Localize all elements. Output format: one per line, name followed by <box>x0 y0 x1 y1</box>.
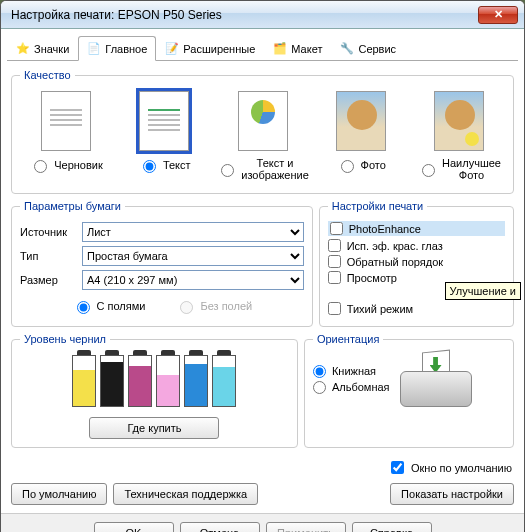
text-thumb-icon <box>139 91 189 151</box>
margins-off-radio <box>180 301 193 314</box>
quality-text-image[interactable]: Текст и изображение <box>223 91 303 181</box>
photoenhance-label: PhotoEnhance <box>349 223 421 235</box>
ink-light-cyan <box>212 355 236 407</box>
orientation-group: Ориентация Книжная Альбомная <box>304 333 514 448</box>
ink-yellow <box>72 355 96 407</box>
margins-on-radio[interactable] <box>77 301 90 314</box>
landscape-label: Альбомная <box>332 381 390 393</box>
redeye-checkbox[interactable] <box>328 239 341 252</box>
print-settings-group: Настройки печати PhotoEnhance Исп. эф. к… <box>319 200 514 327</box>
tab-label: Главное <box>105 43 147 55</box>
ink-magenta <box>128 355 152 407</box>
quality-label: Текст <box>163 159 191 171</box>
quality-label: Наилучшее Фото <box>442 157 501 181</box>
preview-label: Просмотр <box>347 272 397 284</box>
orientation-legend: Ориентация <box>313 333 383 345</box>
layout-icon: 🗂️ <box>273 42 287 56</box>
dialog-buttons: OK Отмена Применить Справка <box>1 513 524 532</box>
quality-best-photo[interactable]: Наилучшее Фото <box>419 91 499 181</box>
portrait-radio[interactable] <box>313 365 326 378</box>
print-settings-legend: Настройки печати <box>328 200 428 212</box>
redeye-label: Исп. эф. крас. глаз <box>347 240 443 252</box>
tab-layout[interactable]: 🗂️Макет <box>264 36 331 61</box>
tab-strip: ⭐Значки 📄Главное 📝Расширенные 🗂️Макет 🔧С… <box>7 35 518 61</box>
quality-text-radio[interactable] <box>143 160 156 173</box>
quality-photo-radio[interactable] <box>341 160 354 173</box>
landscape-radio[interactable] <box>313 381 326 394</box>
quality-group: Качество Черновик Текст Текст и изображе… <box>11 69 514 194</box>
buy-ink-button[interactable]: Где купить <box>89 417 219 439</box>
quality-label: Черновик <box>54 159 103 171</box>
quality-draft-radio[interactable] <box>34 160 47 173</box>
quality-best-photo-radio[interactable] <box>422 164 435 177</box>
tab-label: Значки <box>34 43 69 55</box>
tab-icons[interactable]: ⭐Значки <box>7 36 78 61</box>
tab-label: Сервис <box>358 43 396 55</box>
reverse-label: Обратный порядок <box>347 256 443 268</box>
tooltip: Улучшение и <box>445 282 521 300</box>
quiet-label: Тихий режим <box>347 303 413 315</box>
size-select[interactable]: A4 (210 x 297 мм) <box>82 270 304 290</box>
cancel-button[interactable]: Отмена <box>180 522 260 532</box>
type-select[interactable]: Простая бумага <box>82 246 304 266</box>
reverse-checkbox[interactable] <box>328 255 341 268</box>
ink-cyan <box>184 355 208 407</box>
default-window-checkbox[interactable] <box>391 461 404 474</box>
defaults-button[interactable]: По умолчанию <box>11 483 107 505</box>
quality-label: Текст и изображение <box>241 157 309 181</box>
quality-legend: Качество <box>20 69 75 81</box>
size-label: Размер <box>20 274 76 286</box>
window-title: Настройка печати: EPSON P50 Series <box>7 8 478 22</box>
quality-draft[interactable]: Черновик <box>26 91 106 173</box>
text-image-thumb-icon <box>238 91 288 151</box>
type-label: Тип <box>20 250 76 262</box>
source-select[interactable]: Лист <box>82 222 304 242</box>
tab-label: Макет <box>291 43 322 55</box>
quality-text-image-radio[interactable] <box>221 164 234 177</box>
help-button[interactable]: Справка <box>352 522 432 532</box>
margins-off-label: Без полей <box>200 300 252 312</box>
portrait-label: Книжная <box>332 365 376 377</box>
quality-photo[interactable]: Фото <box>321 91 401 173</box>
draft-thumb-icon <box>41 91 91 151</box>
ink-group: Уровень чернил Где купить <box>11 333 298 448</box>
apply-button[interactable]: Применить <box>266 522 346 532</box>
ok-button[interactable]: OK <box>94 522 174 532</box>
titlebar[interactable]: Настройка печати: EPSON P50 Series ✕ <box>1 1 524 29</box>
paper-group: Параметры бумаги Источник Лист Тип Прост… <box>11 200 313 327</box>
printer-icon <box>400 351 472 407</box>
print-settings-window: Настройка печати: EPSON P50 Series ✕ ⭐Зн… <box>0 0 525 532</box>
gear-page-icon: 📝 <box>165 42 179 56</box>
tab-advanced[interactable]: 📝Расширенные <box>156 36 264 61</box>
ink-black <box>100 355 124 407</box>
best-photo-thumb-icon <box>434 91 484 151</box>
paper-legend: Параметры бумаги <box>20 200 125 212</box>
quiet-checkbox[interactable] <box>328 302 341 315</box>
photo-thumb-icon <box>336 91 386 151</box>
ink-legend: Уровень чернил <box>20 333 110 345</box>
source-label: Источник <box>20 226 76 238</box>
tab-main[interactable]: 📄Главное <box>78 36 156 61</box>
quality-text[interactable]: Текст <box>124 91 204 173</box>
photoenhance-checkbox[interactable] <box>330 222 343 235</box>
ink-light-magenta <box>156 355 180 407</box>
close-button[interactable]: ✕ <box>478 6 518 24</box>
quality-label: Фото <box>361 159 386 171</box>
tab-content: Качество Черновик Текст Текст и изображе… <box>1 61 524 513</box>
margins-on-label: С полями <box>97 300 146 312</box>
star-icon: ⭐ <box>16 42 30 56</box>
page-icon: 📄 <box>87 42 101 56</box>
tab-label: Расширенные <box>183 43 255 55</box>
tab-service[interactable]: 🔧Сервис <box>331 36 405 61</box>
show-settings-button[interactable]: Показать настройки <box>390 483 514 505</box>
support-button[interactable]: Техническая поддержка <box>113 483 258 505</box>
default-window-label: Окно по умолчанию <box>411 462 512 474</box>
wrench-icon: 🔧 <box>340 42 354 56</box>
preview-checkbox[interactable] <box>328 271 341 284</box>
